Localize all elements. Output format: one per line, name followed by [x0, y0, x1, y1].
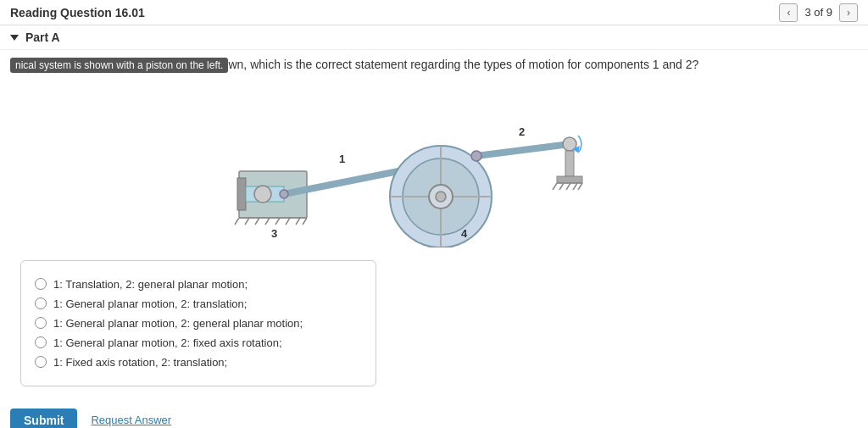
svg-line-7	[255, 218, 259, 225]
label2: 2	[519, 125, 525, 138]
next-button[interactable]: ›	[839, 3, 858, 22]
mechanism-diagram: 3 1 4	[214, 86, 654, 247]
part-header: Part A	[0, 25, 868, 50]
collapse-icon[interactable]	[10, 35, 19, 41]
svg-line-25	[476, 144, 570, 156]
svg-rect-30	[557, 176, 582, 183]
question-text: nical system is shown with a piston on t…	[10, 57, 858, 74]
svg-point-26	[471, 151, 481, 161]
svg-line-36	[578, 183, 582, 190]
radio-1[interactable]	[35, 278, 47, 290]
svg-point-23	[436, 192, 446, 202]
prev-button[interactable]: ‹	[779, 3, 798, 22]
part-label: Part A	[25, 31, 60, 44]
page-title: Reading Question 16.01	[10, 6, 145, 19]
svg-line-5	[235, 218, 239, 225]
svg-line-8	[265, 218, 270, 225]
answer-text-3: 1: General planar motion, 2: general pla…	[53, 317, 303, 330]
submit-area: Submit Request Answer	[0, 402, 868, 428]
question-area: nical system is shown with a piston on t…	[0, 50, 868, 402]
radio-4[interactable]	[35, 336, 47, 348]
answer-option-5: 1: Fixed axis rotation, 2: translation;	[35, 356, 362, 369]
svg-line-33	[559, 183, 564, 190]
question-main: wn, which is the correct statement regar…	[228, 58, 698, 71]
svg-line-32	[553, 183, 557, 190]
page-header: Reading Question 16.01 ‹ 3 of 9 ›	[0, 0, 868, 25]
radio-2[interactable]	[35, 297, 47, 309]
answer-options-box: 1: Translation, 2: general planar motion…	[20, 260, 376, 386]
label1: 1	[339, 153, 345, 165]
svg-line-35	[573, 183, 577, 190]
answer-option-2: 1: General planar motion, 2: translation…	[35, 297, 362, 310]
radio-3[interactable]	[35, 317, 47, 329]
svg-point-14	[280, 190, 288, 198]
svg-point-3	[254, 186, 271, 203]
svg-line-12	[303, 218, 307, 225]
label4: 4	[461, 227, 468, 240]
svg-rect-29	[565, 151, 574, 176]
svg-line-10	[286, 218, 290, 225]
answer-option-3: 1: General planar motion, 2: general pla…	[35, 317, 362, 330]
navigation-controls: ‹ 3 of 9 ›	[779, 3, 858, 22]
answer-option-1: 1: Translation, 2: general planar motion…	[35, 278, 362, 291]
svg-line-9	[275, 218, 280, 225]
svg-rect-1	[237, 178, 246, 210]
diagram-container: 3 1 4	[10, 82, 858, 252]
request-answer-button[interactable]: Request Answer	[91, 414, 171, 426]
nav-count: 3 of 9	[804, 6, 832, 19]
answer-option-4: 1: General planar motion, 2: fixed axis …	[35, 336, 362, 349]
answer-text-2: 1: General planar motion, 2: translation…	[53, 297, 247, 310]
svg-line-11	[296, 218, 300, 225]
answer-text-4: 1: General planar motion, 2: fixed axis …	[53, 336, 282, 349]
submit-button[interactable]: Submit	[10, 409, 77, 428]
svg-line-6	[245, 218, 249, 225]
svg-line-34	[566, 183, 570, 190]
answer-text-5: 1: Fixed axis rotation, 2: translation;	[53, 356, 227, 369]
tooltip-highlight: nical system is shown with a piston on t…	[10, 58, 228, 73]
answer-text-1: 1: Translation, 2: general planar motion…	[53, 278, 248, 291]
label3: 3	[271, 227, 277, 240]
radio-5[interactable]	[35, 356, 47, 368]
